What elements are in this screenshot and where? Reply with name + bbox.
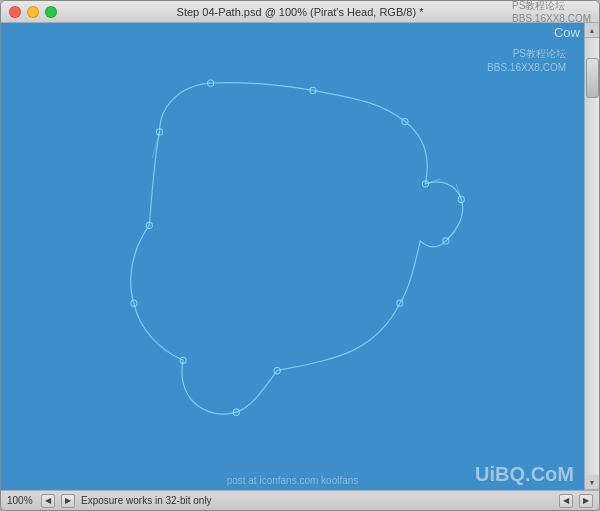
window-controls[interactable] <box>9 6 57 18</box>
svg-line-16 <box>446 231 456 241</box>
scroll-down-arrow[interactable]: ▼ <box>585 475 600 490</box>
zoom-arrow-right[interactable]: ▶ <box>61 494 75 508</box>
scroll-thumb[interactable] <box>586 58 599 98</box>
window-title: Step 04-Path.psd @ 100% (Pirat's Head, R… <box>177 6 424 18</box>
nav-arrow-right[interactable]: ▶ <box>579 494 593 508</box>
scrollbar-vertical[interactable]: ▲ ▼ <box>584 23 599 490</box>
maximize-button[interactable] <box>45 6 57 18</box>
scroll-up-arrow[interactable]: ▲ <box>585 23 600 38</box>
canvas-wrapper: PS教程论坛 BBS.16XX8.COM Cow post at iconfan… <box>1 23 599 490</box>
titlebar: Step 04-Path.psd @ 100% (Pirat's Head, R… <box>1 1 599 23</box>
status-info: Exposure works in 32-bit only <box>81 495 553 506</box>
minimize-button[interactable] <box>27 6 39 18</box>
canvas[interactable]: PS教程论坛 BBS.16XX8.COM Cow post at iconfan… <box>1 23 584 490</box>
app-window: Step 04-Path.psd @ 100% (Pirat's Head, R… <box>0 0 600 511</box>
nav-arrow-left[interactable]: ◀ <box>559 494 573 508</box>
path-drawing <box>1 23 584 490</box>
bottom-bar: 100% ◀ ▶ Exposure works in 32-bit only ◀… <box>1 490 599 510</box>
close-button[interactable] <box>9 6 21 18</box>
zoom-arrow-left[interactable]: ◀ <box>41 494 55 508</box>
titlebar-watermark: PS教程论坛 BBS.16XX8.COM <box>512 0 591 24</box>
main-area: PS教程论坛 BBS.16XX8.COM Cow post at iconfan… <box>1 23 599 490</box>
zoom-level: 100% <box>7 495 35 506</box>
